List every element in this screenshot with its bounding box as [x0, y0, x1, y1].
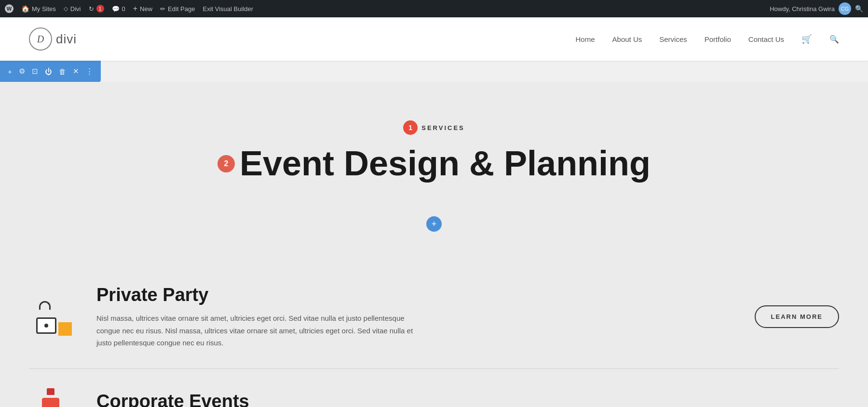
service-title: Corporate Events	[96, 391, 839, 407]
wordpress-icon: W	[5, 4, 14, 13]
pencil-icon: ✏	[160, 5, 165, 13]
services-list: Private Party Nisl massa, ultrices vitae…	[0, 256, 868, 407]
list-item: Private Party Nisl massa, ultrices vitae…	[29, 265, 839, 369]
my-sites-menu[interactable]: 🏠 My Sites	[21, 5, 56, 13]
divi-label: Divi	[70, 5, 81, 13]
cart-icon[interactable]: 🛒	[801, 34, 812, 44]
logo-text: divi	[56, 32, 77, 47]
wp-logo[interactable]: W	[5, 4, 14, 13]
hero-title-text: Event Design & Planning	[240, 144, 651, 183]
page-content: 1 SERVICES 2 Event Design & Planning +	[0, 82, 868, 407]
search-icon[interactable]: 🔍	[855, 5, 863, 13]
service-description: Nisl massa, ultrices vitae ornare sit am…	[96, 312, 424, 349]
hero-section: 1 SERVICES 2 Event Design & Planning	[0, 101, 868, 192]
settings-button[interactable]: ⚙	[19, 67, 25, 76]
lock-shackle	[39, 301, 51, 310]
my-sites-label: My Sites	[32, 5, 56, 13]
service-icon-corporate-events	[29, 388, 77, 407]
service-icon-private-party	[29, 300, 77, 334]
section-badge-1: 1	[403, 120, 418, 135]
title-badge-2: 2	[217, 155, 235, 172]
nav-contact-us[interactable]: Contact Us	[748, 35, 784, 43]
edit-page-button[interactable]: ✏ Edit Page	[160, 5, 195, 13]
hero-title: 2 Event Design & Planning	[10, 144, 858, 183]
comments-menu[interactable]: 💬 0	[112, 5, 125, 13]
builder-toolbar: + ⚙ ⊡ ⏻ 🗑 ✕ ⋮	[0, 61, 101, 82]
toggle-button[interactable]: ⏻	[45, 67, 52, 76]
add-module-button[interactable]: +	[8, 67, 12, 76]
user-greeting: Howdy, Christina Gwira	[770, 5, 835, 13]
updates-icon: ↻	[89, 5, 94, 13]
admin-bar: W 🏠 My Sites ◇ Divi ↻ 1 💬 0 + New ✏ Edit…	[0, 0, 868, 17]
comments-icon: 💬	[112, 5, 120, 13]
edit-page-label: Edit Page	[168, 5, 195, 13]
services-text: SERVICES	[421, 124, 465, 131]
services-label-row: 1 SERVICES	[10, 120, 858, 135]
site-header: D divi Home About Us Services Portfolio …	[0, 17, 868, 61]
bottle-neck	[47, 388, 54, 395]
lock-keyhole	[44, 324, 48, 328]
exit-builder-button[interactable]: Exit Visual Builder	[203, 5, 253, 13]
nav-about-us[interactable]: About Us	[612, 35, 642, 43]
yellow-accent-square	[58, 322, 72, 336]
avatar[interactable]: CG	[839, 2, 851, 15]
list-item: Corporate Events	[29, 369, 839, 407]
service-title: Private Party	[96, 285, 735, 305]
bottle-body	[42, 398, 59, 407]
service-content-private-party: Private Party Nisl massa, ultrices vitae…	[96, 285, 735, 349]
logo-letter: D	[37, 34, 44, 45]
add-section-area: +	[0, 202, 868, 246]
nav-portfolio[interactable]: Portfolio	[705, 35, 731, 43]
divi-menu[interactable]: ◇ Divi	[64, 5, 81, 13]
delete-button[interactable]: 🗑	[59, 67, 66, 76]
plus-icon: +	[133, 4, 137, 13]
comments-count: 0	[122, 5, 125, 13]
bottle-icon	[36, 388, 70, 407]
more-options-button[interactable]: ⋮	[86, 67, 93, 76]
nav-services[interactable]: Services	[659, 35, 687, 43]
nav-home[interactable]: Home	[576, 35, 595, 43]
exit-builder-label: Exit Visual Builder	[203, 5, 253, 13]
learn-more-button[interactable]: LEARN MORE	[755, 305, 839, 328]
service-content-corporate-events: Corporate Events	[96, 391, 839, 407]
search-button[interactable]: 🔍	[829, 35, 839, 44]
new-label: New	[140, 5, 152, 13]
divi-icon: ◇	[64, 5, 68, 12]
layout-button[interactable]: ⊡	[32, 67, 38, 76]
lock-body	[36, 317, 56, 334]
new-content-menu[interactable]: + New	[133, 4, 152, 13]
site-nav: Home About Us Services Portfolio Contact…	[576, 34, 839, 44]
home-icon: 🏠	[21, 5, 29, 13]
logo-circle: D	[29, 27, 52, 51]
site-logo[interactable]: D divi	[29, 27, 77, 51]
updates-menu[interactable]: ↻ 1	[89, 5, 104, 13]
admin-bar-right: Howdy, Christina Gwira CG 🔍	[770, 2, 863, 15]
lock-icon	[36, 300, 70, 334]
add-section-button[interactable]: +	[426, 216, 442, 232]
close-button[interactable]: ✕	[73, 67, 79, 76]
updates-badge: 1	[96, 5, 104, 13]
